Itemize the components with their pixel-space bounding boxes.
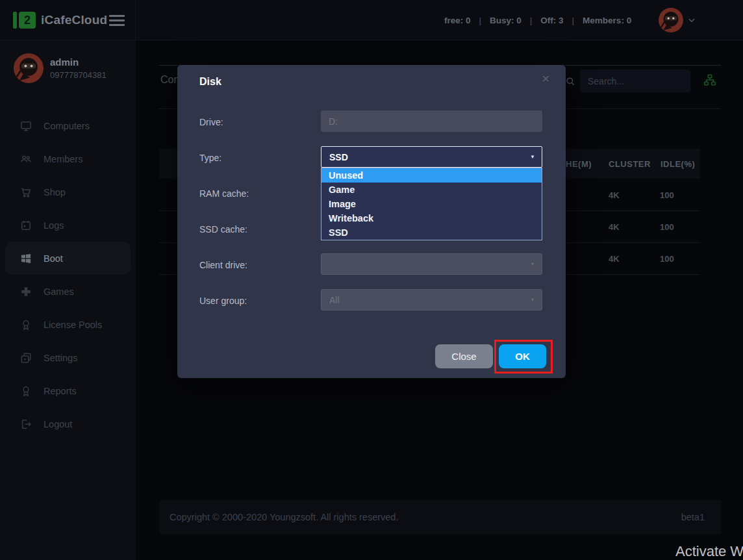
ninja-avatar-icon [14, 53, 44, 83]
badge-icon [19, 385, 32, 398]
drive-input[interactable] [321, 110, 542, 132]
hamburger-menu-icon[interactable] [109, 15, 125, 29]
stat-busy: Busy: 0 [490, 16, 522, 25]
people-icon [19, 153, 32, 166]
cart-icon [19, 186, 32, 199]
ok-button[interactable]: OK [499, 344, 546, 368]
dropdown-option-ssd[interactable]: SSD [321, 225, 542, 240]
close-button[interactable]: Close [435, 344, 493, 368]
user-phone: 097778704381 [50, 70, 107, 80]
network-sitemap-icon[interactable] [703, 73, 717, 87]
disk-modal: Disk ✕ Drive: Type: SSD ▼ Unused Game Im… [177, 65, 566, 378]
user-group-select[interactable]: All ▼ [321, 289, 542, 311]
monitor-icon [19, 120, 32, 133]
activate-windows-watermark: Activate Windo [675, 543, 743, 560]
copyright-text: Copyright © 2000-2020 Youngzsoft. All ri… [170, 512, 398, 522]
select-arrow-icon: ▼ [530, 297, 535, 303]
topbar: 2 iCafeCloud free: 0 | Busy: 0 | Off: 3 … [0, 0, 743, 40]
page-title: Con [160, 74, 179, 86]
user-group-value: All [329, 295, 340, 305]
table-cell-cluster: 4K [609, 190, 620, 200]
type-dropdown-list: Unused Game Image Writeback SSD [321, 168, 542, 240]
windows-icon [19, 252, 32, 265]
dropdown-option-image[interactable]: Image [321, 197, 542, 211]
close-icon[interactable]: ✕ [542, 73, 550, 85]
version-label: beta1 [681, 512, 705, 522]
table-cell-cluster: 4K [609, 254, 620, 264]
dropdown-option-writeback[interactable]: Writeback [321, 211, 542, 225]
sidebar-item-boot[interactable]: Boot [5, 242, 131, 275]
client-drive-select[interactable]: ▼ [321, 253, 542, 275]
sidebar-menu: Computers Members Shop [0, 109, 136, 440]
type-label: Type: [199, 153, 221, 163]
table-cell-idle: 100 [660, 222, 674, 232]
logo-icon: 2 [13, 12, 36, 29]
user-avatar [14, 53, 44, 83]
badge-icon [19, 318, 32, 331]
type-select-value: SSD [329, 152, 348, 162]
logout-icon [19, 418, 32, 431]
search-input[interactable] [580, 70, 690, 92]
sidebar-item-computers[interactable]: Computers [0, 109, 136, 142]
drive-label: Drive: [199, 117, 223, 127]
column-header-cluster: CLUSTER [609, 159, 651, 169]
user-group-label: User group: [199, 296, 247, 306]
table-cell-idle: 100 [660, 254, 674, 264]
sidebar-item-logout[interactable]: Logout [0, 407, 136, 440]
calendar-icon [19, 219, 32, 232]
footer: Copyright © 2000-2020 Youngzsoft. All ri… [159, 500, 721, 534]
search-icon [564, 75, 576, 87]
sidebar-user: admin 097778704381 [14, 53, 107, 83]
layers-icon [19, 351, 32, 364]
stat-free: free: 0 [444, 16, 471, 25]
sidebar: admin 097778704381 Computers Members [0, 40, 136, 560]
sidebar-item-members[interactable]: Members [0, 142, 136, 175]
sidebar-item-shop[interactable]: Shop [0, 175, 136, 209]
sidebar-item-reports[interactable]: Reports [0, 374, 136, 407]
username: admin [50, 57, 107, 68]
table-cell-cluster: 4K [609, 222, 620, 232]
stat-off: Off: 3 [540, 16, 563, 25]
column-header-idle: IDLE(%) [661, 159, 695, 169]
sidebar-item-license-pools[interactable]: License Pools [0, 308, 136, 341]
sidebar-item-settings[interactable]: Settings [0, 341, 136, 374]
dropdown-option-unused[interactable]: Unused [321, 168, 542, 183]
stat-members: Members: 0 [583, 16, 631, 25]
select-arrow-icon: ▼ [530, 261, 535, 267]
gamepad-icon [19, 285, 32, 298]
select-arrow-icon: ▼ [530, 154, 535, 160]
column-header-cache: HE(M) [566, 159, 592, 169]
user-avatar[interactable] [659, 8, 683, 32]
chevron-down-icon[interactable] [687, 16, 696, 25]
status-counters: free: 0 | Busy: 0 | Off: 3 | Members: 0 [444, 0, 631, 40]
table-cell-idle: 100 [660, 190, 674, 200]
type-select[interactable]: SSD ▼ [321, 146, 542, 168]
logo-text: iCafeCloud [41, 13, 107, 27]
dropdown-option-game[interactable]: Game [321, 183, 542, 197]
client-drive-label: Client drive: [199, 260, 247, 270]
modal-title: Disk [199, 76, 221, 88]
ssd-cache-label: SSD cache: [199, 224, 247, 235]
ninja-avatar-icon [659, 8, 683, 32]
ram-cache-label: RAM cache: [199, 188, 249, 199]
sidebar-item-logs[interactable]: Logs [0, 209, 136, 242]
sidebar-item-games[interactable]: Games [0, 275, 136, 308]
